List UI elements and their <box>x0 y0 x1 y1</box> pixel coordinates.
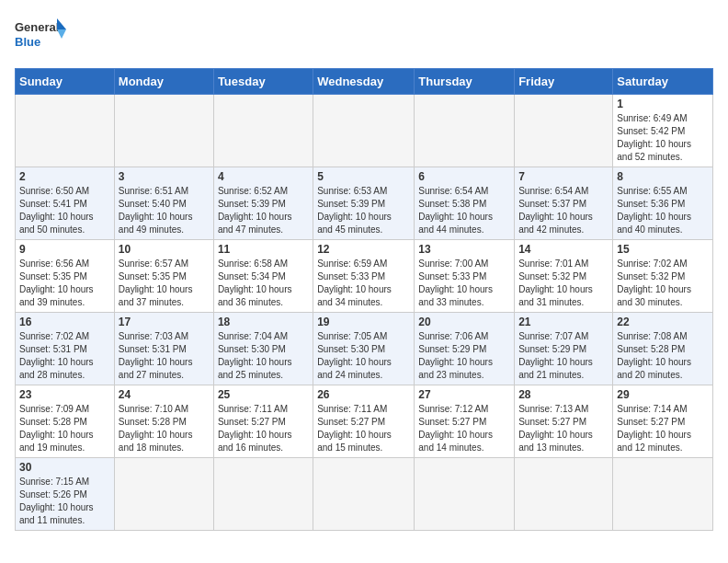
day-info: Sunrise: 7:07 AMSunset: 5:29 PMDaylight:… <box>518 330 609 382</box>
day-info: Sunrise: 6:52 AMSunset: 5:39 PMDaylight:… <box>218 185 309 236</box>
day-number: 17 <box>119 316 210 328</box>
col-header-sunday: Sunday <box>16 69 115 95</box>
day-info: Sunrise: 7:11 AMSunset: 5:27 PMDaylight:… <box>218 403 309 454</box>
calendar-cell <box>613 458 713 531</box>
calendar-week-row: 30Sunrise: 7:15 AMSunset: 5:26 PMDayligh… <box>16 458 713 531</box>
calendar-week-row: 16Sunrise: 7:02 AMSunset: 5:31 PMDayligh… <box>16 313 713 385</box>
calendar-week-row: 2Sunrise: 6:50 AMSunset: 5:41 PMDaylight… <box>16 167 713 240</box>
calendar-week-row: 1Sunrise: 6:49 AMSunset: 5:42 PMDaylight… <box>16 95 713 167</box>
calendar-cell <box>213 95 313 167</box>
calendar-cell: 24Sunrise: 7:10 AMSunset: 5:28 PMDayligh… <box>114 385 213 458</box>
day-number: 29 <box>617 388 709 401</box>
calendar-cell: 2Sunrise: 6:50 AMSunset: 5:41 PMDaylight… <box>16 167 115 240</box>
calendar-cell: 3Sunrise: 6:51 AMSunset: 5:40 PMDaylight… <box>114 167 213 240</box>
day-number: 21 <box>518 316 609 328</box>
calendar-cell: 4Sunrise: 6:52 AMSunset: 5:39 PMDaylight… <box>213 167 313 240</box>
day-number: 13 <box>418 243 510 256</box>
day-info: Sunrise: 6:54 AMSunset: 5:37 PMDaylight:… <box>518 185 609 236</box>
calendar-cell: 9Sunrise: 6:56 AMSunset: 5:35 PMDaylight… <box>16 240 115 313</box>
day-info: Sunrise: 7:10 AMSunset: 5:28 PMDaylight:… <box>119 403 210 454</box>
svg-text:General: General <box>15 20 59 34</box>
calendar-cell: 25Sunrise: 7:11 AMSunset: 5:27 PMDayligh… <box>213 385 313 458</box>
day-number: 5 <box>317 170 410 183</box>
day-number: 15 <box>617 243 709 256</box>
day-info: Sunrise: 7:06 AMSunset: 5:29 PMDaylight:… <box>418 330 510 382</box>
calendar-cell: 27Sunrise: 7:12 AMSunset: 5:27 PMDayligh… <box>415 385 515 458</box>
day-number: 19 <box>317 316 410 328</box>
calendar-cell: 18Sunrise: 7:04 AMSunset: 5:30 PMDayligh… <box>213 313 313 385</box>
day-info: Sunrise: 6:55 AMSunset: 5:36 PMDaylight:… <box>617 185 709 236</box>
day-number: 22 <box>617 316 709 328</box>
day-info: Sunrise: 6:58 AMSunset: 5:34 PMDaylight:… <box>218 258 309 309</box>
day-info: Sunrise: 7:03 AMSunset: 5:31 PMDaylight:… <box>119 330 210 382</box>
calendar-week-row: 9Sunrise: 6:56 AMSunset: 5:35 PMDaylight… <box>16 240 713 313</box>
day-info: Sunrise: 7:05 AMSunset: 5:30 PMDaylight:… <box>317 330 410 382</box>
calendar-cell: 16Sunrise: 7:02 AMSunset: 5:31 PMDayligh… <box>16 313 115 385</box>
col-header-tuesday: Tuesday <box>213 69 313 95</box>
calendar-cell: 17Sunrise: 7:03 AMSunset: 5:31 PMDayligh… <box>114 313 213 385</box>
day-number: 27 <box>418 388 510 401</box>
day-number: 25 <box>218 388 309 401</box>
day-info: Sunrise: 6:59 AMSunset: 5:33 PMDaylight:… <box>317 258 410 309</box>
calendar-cell: 8Sunrise: 6:55 AMSunset: 5:36 PMDaylight… <box>613 167 713 240</box>
calendar-cell: 13Sunrise: 7:00 AMSunset: 5:33 PMDayligh… <box>415 240 515 313</box>
page-header: General Blue <box>15 15 713 61</box>
svg-text:Blue: Blue <box>15 35 40 49</box>
svg-marker-3 <box>57 29 66 39</box>
col-header-thursday: Thursday <box>415 69 515 95</box>
day-number: 7 <box>518 170 609 183</box>
calendar-cell: 10Sunrise: 6:57 AMSunset: 5:35 PMDayligh… <box>114 240 213 313</box>
calendar-cell <box>114 95 213 167</box>
calendar-table: SundayMondayTuesdayWednesdayThursdayFrid… <box>15 68 713 531</box>
day-info: Sunrise: 6:53 AMSunset: 5:39 PMDaylight:… <box>317 185 410 236</box>
day-number: 6 <box>418 170 510 183</box>
day-number: 28 <box>518 388 609 401</box>
day-number: 14 <box>518 243 609 256</box>
calendar-cell: 12Sunrise: 6:59 AMSunset: 5:33 PMDayligh… <box>313 240 415 313</box>
day-number: 1 <box>617 98 709 110</box>
day-number: 2 <box>19 170 110 183</box>
day-info: Sunrise: 6:49 AMSunset: 5:42 PMDaylight:… <box>617 112 709 164</box>
calendar-cell <box>313 458 415 531</box>
day-number: 20 <box>418 316 510 328</box>
col-header-saturday: Saturday <box>613 69 713 95</box>
calendar-cell <box>515 458 613 531</box>
day-number: 9 <box>19 243 110 256</box>
day-info: Sunrise: 6:51 AMSunset: 5:40 PMDaylight:… <box>119 185 210 236</box>
day-number: 8 <box>617 170 709 183</box>
calendar-cell: 28Sunrise: 7:13 AMSunset: 5:27 PMDayligh… <box>515 385 613 458</box>
calendar-cell: 23Sunrise: 7:09 AMSunset: 5:28 PMDayligh… <box>16 385 115 458</box>
day-number: 30 <box>19 461 110 474</box>
day-number: 23 <box>19 388 110 401</box>
calendar-cell: 22Sunrise: 7:08 AMSunset: 5:28 PMDayligh… <box>613 313 713 385</box>
day-number: 4 <box>218 170 309 183</box>
calendar-cell: 20Sunrise: 7:06 AMSunset: 5:29 PMDayligh… <box>415 313 515 385</box>
col-header-friday: Friday <box>515 69 613 95</box>
calendar-cell: 30Sunrise: 7:15 AMSunset: 5:26 PMDayligh… <box>16 458 115 531</box>
day-info: Sunrise: 6:54 AMSunset: 5:38 PMDaylight:… <box>418 185 510 236</box>
calendar-cell: 19Sunrise: 7:05 AMSunset: 5:30 PMDayligh… <box>313 313 415 385</box>
calendar-header-row: SundayMondayTuesdayWednesdayThursdayFrid… <box>16 69 713 95</box>
calendar-cell: 21Sunrise: 7:07 AMSunset: 5:29 PMDayligh… <box>515 313 613 385</box>
day-info: Sunrise: 6:57 AMSunset: 5:35 PMDaylight:… <box>119 258 210 309</box>
day-info: Sunrise: 7:09 AMSunset: 5:28 PMDaylight:… <box>19 403 110 454</box>
calendar-week-row: 23Sunrise: 7:09 AMSunset: 5:28 PMDayligh… <box>16 385 713 458</box>
calendar-cell: 6Sunrise: 6:54 AMSunset: 5:38 PMDaylight… <box>415 167 515 240</box>
day-info: Sunrise: 7:02 AMSunset: 5:32 PMDaylight:… <box>617 258 709 309</box>
calendar-cell: 5Sunrise: 6:53 AMSunset: 5:39 PMDaylight… <box>313 167 415 240</box>
day-number: 10 <box>119 243 210 256</box>
calendar-cell <box>415 458 515 531</box>
calendar-cell <box>515 95 613 167</box>
calendar-cell: 11Sunrise: 6:58 AMSunset: 5:34 PMDayligh… <box>213 240 313 313</box>
calendar-cell: 26Sunrise: 7:11 AMSunset: 5:27 PMDayligh… <box>313 385 415 458</box>
day-info: Sunrise: 7:15 AMSunset: 5:26 PMDaylight:… <box>19 476 110 527</box>
day-info: Sunrise: 7:04 AMSunset: 5:30 PMDaylight:… <box>218 330 309 382</box>
calendar-cell <box>114 458 213 531</box>
calendar-cell <box>415 95 515 167</box>
day-info: Sunrise: 7:01 AMSunset: 5:32 PMDaylight:… <box>518 258 609 309</box>
col-header-monday: Monday <box>114 69 213 95</box>
day-info: Sunrise: 7:11 AMSunset: 5:27 PMDaylight:… <box>317 403 410 454</box>
calendar-cell: 14Sunrise: 7:01 AMSunset: 5:32 PMDayligh… <box>515 240 613 313</box>
col-header-wednesday: Wednesday <box>313 69 415 95</box>
day-number: 12 <box>317 243 410 256</box>
